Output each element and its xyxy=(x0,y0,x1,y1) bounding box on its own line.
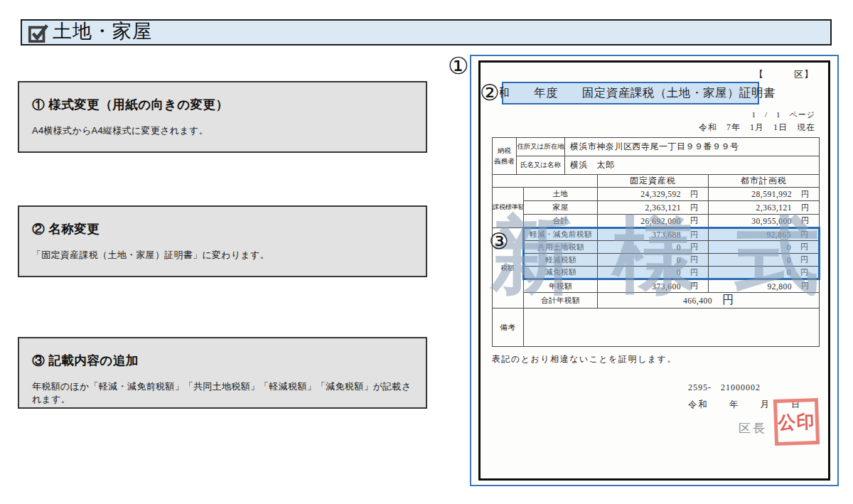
row-label-reduction: 軽減税額 xyxy=(524,254,598,267)
building-city-value: 2,363,121円 xyxy=(709,201,820,215)
row-label-building: 家屋 xyxy=(524,201,598,215)
certificate-sample-panel: 【 区】 ② 令和 年度 固定資産課税（土地・家屋）証明書 1 / 1 ページ … xyxy=(470,55,839,486)
row-label-pre-reduction: 軽減・減免前税額 xyxy=(524,228,598,241)
pre-reduction-fixed-value: 373,688円 xyxy=(598,228,709,241)
name-label: 氏名又は名称 xyxy=(517,156,565,175)
land-city-value: 28,591,992円 xyxy=(709,188,820,201)
row-label-annual-total: 合計年税額 xyxy=(524,293,598,309)
certificate-title: 令和 年度 固定資産課税（土地・家屋）証明書 xyxy=(502,82,759,104)
reduction-city-value: 0円 xyxy=(709,254,820,267)
tax-base-group-label: 課税標準額 xyxy=(493,188,524,228)
certificate-page: 【 区】 ② 令和 年度 固定資産課税（土地・家屋）証明書 1 / 1 ページ … xyxy=(478,60,830,481)
annotation-circle-3: ③ xyxy=(489,230,509,252)
shared-land-fixed-value: 0円 xyxy=(598,241,709,254)
remarks-value-empty xyxy=(524,309,820,347)
row-label-annual-tax: 年税額 xyxy=(524,279,598,293)
building-fixed-value: 2,363,121円 xyxy=(598,201,709,215)
ward-mayor-label: 区長 xyxy=(739,420,767,436)
taxpayer-group-label: 納税 義務者 xyxy=(493,138,517,175)
row-label-shared-land: 共用土地税額 xyxy=(524,241,598,254)
official-seal-stamp: 公印 xyxy=(773,398,820,446)
total-fixed-value: 26,692,000円 xyxy=(598,215,709,228)
note-box-name-change: ② 名称変更 「固定資産課税（土地・家屋）証明書」に変わります。 xyxy=(18,205,427,277)
serial-number: 2595- 21000002 xyxy=(688,382,761,394)
exemption-fixed-value: 0円 xyxy=(598,267,709,279)
note-box-format-change: ① 様式変更（用紙の向きの変更） A4横様式からA4縦様式に変更されます。 xyxy=(18,81,427,153)
note-body: 年税額のほか「軽減・減免前税額」「共同土地税額」「軽減税額」「減免税額」が記載さ… xyxy=(32,380,413,406)
note-title: ② 名称変更 xyxy=(32,220,413,237)
annotation-circle-1: ① xyxy=(448,54,469,77)
fixed-asset-tax-header: 固定資産税 xyxy=(598,175,709,188)
reduction-fixed-value: 0円 xyxy=(598,254,709,267)
annual-city-value: 92,800円 xyxy=(709,279,820,293)
page-header: 土地・家屋 xyxy=(21,19,832,45)
note-box-content-addition: ③ 記載内容の追加 年税額のほか「軽減・減免前税額」「共同土地税額」「軽減税額」… xyxy=(18,337,427,409)
row-label-land: 土地 xyxy=(524,188,598,201)
page-count-line: 1 / 1 ページ xyxy=(492,109,817,120)
exemption-city-value: 0円 xyxy=(709,267,820,279)
land-fixed-value: 24,329,592円 xyxy=(598,188,709,201)
shared-land-city-value: 0円 xyxy=(709,241,820,254)
address-label: 住所又は所在地 xyxy=(517,138,565,156)
certification-statement: 表記のとおり相違ないことを証明します。 xyxy=(492,353,817,365)
remarks-label: 備考 xyxy=(493,309,524,347)
row-label-total: 合計 xyxy=(524,215,598,228)
as-of-date-line: 令和 7年 1月 1日 現在 xyxy=(492,122,817,134)
certificate-title-row: ② 令和 年度 固定資産課税（土地・家屋）証明書 xyxy=(502,82,759,104)
row-label-exemption: 減免税額 xyxy=(524,267,598,279)
tax-table: 固定資産税 都市計画税 課税標準額 土地 24,329,592円 28,591,… xyxy=(492,174,820,347)
annual-total-value: 466,400円 xyxy=(598,293,820,309)
note-body: A4横様式からA4縦様式に変更されます。 xyxy=(32,124,413,137)
address-value: 横浜市神奈川区西寺尾一丁目９９番９９号 xyxy=(565,138,820,156)
pre-reduction-city-value: 92,865円 xyxy=(709,228,820,241)
city-planning-tax-header: 都市計画税 xyxy=(709,175,820,188)
note-body: 「固定資産課税（土地・家屋）証明書」に変わります。 xyxy=(32,249,413,262)
ward-bracket: 【 区】 xyxy=(492,68,817,80)
taxpayer-table: 納税 義務者 住所又は所在地 横浜市神奈川区西寺尾一丁目９９番９９号 氏名又は名… xyxy=(492,137,820,175)
annotation-circle-2: ② xyxy=(480,82,500,104)
annual-fixed-value: 373,600円 xyxy=(598,279,709,293)
total-city-value: 30,955,000円 xyxy=(709,215,820,228)
empty-corner-cell xyxy=(493,175,598,188)
note-title: ① 様式変更（用紙の向きの変更） xyxy=(32,96,413,113)
page-title: 土地・家屋 xyxy=(53,22,152,43)
note-title: ③ 記載内容の追加 xyxy=(32,352,413,369)
checked-box-icon xyxy=(28,22,49,43)
name-value: 横浜 太郎 xyxy=(565,156,820,175)
